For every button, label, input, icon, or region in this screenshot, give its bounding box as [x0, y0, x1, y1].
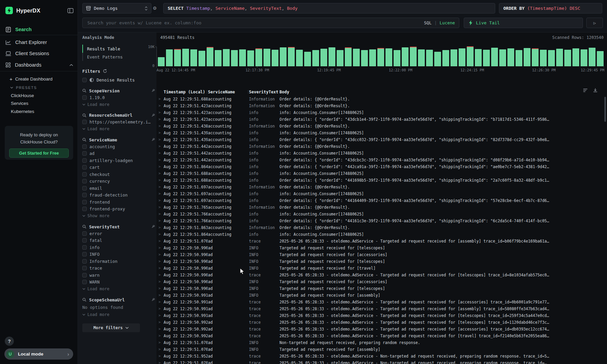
table-row[interactable]: >Aug 22 12:29:51.697 PMaccountingInforma… — [156, 184, 607, 190]
filter-option[interactable]: warn — [82, 272, 155, 279]
histogram-bar[interactable] — [329, 47, 335, 66]
table-row[interactable]: >Aug 22 12:29:51.423 PMaccountinginfoinf… — [156, 109, 607, 116]
table-row[interactable]: >Aug 22 12:29:51.423 PMaccountingInforma… — [156, 103, 607, 109]
histogram-bar[interactable] — [589, 48, 595, 66]
histogram-bar[interactable] — [556, 49, 563, 66]
histogram-bar[interactable] — [410, 47, 417, 66]
histogram-bar[interactable] — [377, 48, 384, 66]
load-more-button[interactable]: Load more — [82, 286, 155, 292]
filter-checkbox[interactable] — [82, 238, 87, 243]
histogram-bar[interactable] — [564, 50, 571, 66]
pin-icon[interactable] — [151, 89, 155, 93]
table-row[interactable]: >Aug 22 12:29:50.990 PMadINFOTargeted ad… — [156, 285, 607, 292]
histogram-bar[interactable] — [320, 49, 327, 66]
filter-option[interactable]: https://opentelemetry.i… — [82, 119, 155, 126]
filter-option[interactable]: INFO — [82, 251, 155, 258]
table-row[interactable]: >Aug 22 12:29:51.864 PMaccountinginfoOrd… — [156, 163, 607, 170]
table-row[interactable]: >Aug 22 12:29:50.990 PMadtrace2025-05-26… — [156, 272, 607, 278]
histogram-bar[interactable] — [190, 49, 197, 66]
table-row[interactable]: >Aug 22 12:29:51.688 PMaccountinginfoinf… — [156, 170, 607, 177]
histogram-bar[interactable] — [215, 50, 222, 66]
table-row[interactable]: >Aug 22 12:29:50.990 PMadINFOTargeted ad… — [156, 258, 607, 265]
histogram-bar[interactable] — [296, 50, 303, 66]
table-scrollbar[interactable] — [604, 97, 606, 122]
filter-checkbox[interactable] — [82, 245, 87, 250]
presets-toggle[interactable]: PRESETS — [0, 84, 78, 91]
filter-option[interactable]: 1.19.0 — [82, 94, 155, 101]
histogram-bar[interactable] — [174, 49, 181, 66]
histogram-bar[interactable] — [459, 48, 465, 66]
table-row[interactable]: >Aug 22 12:29:50.991 PMadtrace2025-05-26… — [156, 312, 607, 319]
filter-checkbox[interactable] — [82, 231, 87, 236]
filter-option[interactable]: fraud-detection — [82, 192, 155, 199]
histogram-bar[interactable] — [288, 47, 295, 66]
histogram-bar[interactable] — [272, 50, 278, 66]
filter-option[interactable]: ad — [82, 150, 155, 157]
column-header-servicename[interactable]: ServiceName — [208, 89, 235, 95]
histogram-bar[interactable] — [402, 47, 409, 66]
filter-checkbox[interactable] — [82, 186, 87, 190]
download-icon[interactable] — [593, 88, 598, 92]
filter-checkbox[interactable] — [82, 95, 87, 100]
table-row[interactable]: >Aug 22 12:29:51.423 PMaccountinginfoOrd… — [156, 116, 607, 123]
source-select[interactable]: Demo Logs — [82, 3, 151, 14]
search-input[interactable] — [87, 20, 424, 26]
table-row[interactable]: >Aug 22 12:29:51.863 PMaccountingInforma… — [156, 224, 607, 231]
table-row[interactable]: >Aug 22 12:29:51.688 PMaccountinginfoOrd… — [156, 177, 607, 184]
table-row[interactable]: >Aug 22 12:29:51.070 PMadINFOTargeted ad… — [156, 346, 607, 353]
sidebar-item-dashboards[interactable]: Dashboards — [0, 60, 78, 70]
filter-checkbox[interactable] — [82, 200, 87, 204]
filter-checkbox[interactable] — [82, 120, 87, 124]
sql-toggle[interactable]: SQL — [424, 20, 432, 25]
table-row[interactable]: >Aug 22 12:29:50.990 PMadINFOTargeted ad… — [156, 245, 607, 251]
histogram-bar[interactable] — [418, 49, 425, 66]
histogram-bar[interactable] — [524, 48, 530, 66]
collapse-sidebar-icon[interactable] — [67, 8, 74, 13]
filter-option[interactable]: error — [82, 230, 155, 237]
lucene-toggle[interactable]: Lucene — [440, 20, 455, 25]
filter-checkbox[interactable] — [82, 158, 87, 163]
table-row[interactable]: >Aug 22 12:29:51.438 PMaccountingInforma… — [156, 123, 607, 130]
histogram-bar[interactable] — [540, 50, 547, 66]
load-more-button[interactable]: Load more — [82, 311, 155, 318]
histogram-bar[interactable] — [198, 51, 205, 66]
histogram-bar[interactable] — [369, 49, 376, 66]
table-row[interactable]: >Aug 22 12:29:51.070 PMadtrace2025-05-26… — [156, 360, 607, 364]
filter-option[interactable]: currency — [82, 178, 155, 185]
pin-icon[interactable] — [151, 138, 155, 142]
column-header-body[interactable]: Body — [279, 89, 289, 95]
table-row[interactable]: >Aug 22 12:29:51.439 PMaccountinginfoinf… — [156, 130, 607, 136]
table-row[interactable]: >Aug 22 12:29:50.991 PMadtrace2025-05-26… — [156, 299, 607, 305]
mode-results-table[interactable]: Results Table — [82, 45, 123, 53]
table-row[interactable]: >Aug 22 12:29:51.952 PMadtrace2025-05-26… — [156, 353, 607, 360]
table-row[interactable]: >Aug 22 12:29:51.442 PMaccountingInforma… — [156, 143, 607, 150]
histogram-bar[interactable] — [280, 47, 287, 66]
denoise-checkbox[interactable] — [82, 78, 87, 82]
filter-checkbox[interactable] — [82, 259, 87, 264]
filter-checkbox[interactable] — [82, 266, 87, 270]
filter-option[interactable]: Information — [82, 258, 155, 265]
histogram-bar[interactable] — [231, 50, 238, 66]
table-row[interactable]: >Aug 22 12:29:51.766 PMaccountinginfoOrd… — [156, 218, 607, 224]
filter-checkbox[interactable] — [82, 144, 87, 149]
table-row[interactable]: >Aug 22 12:29:50.990 PMadINFOTargeted ad… — [156, 265, 607, 272]
language-toggle[interactable]: SQL | Lucene — [424, 20, 455, 25]
histogram-bar[interactable] — [548, 50, 555, 66]
select-columns-input[interactable]: SELECT Timestamp, ServiceName, SeverityT… — [163, 3, 495, 14]
source-settings-gear-icon[interactable]: ⚙ — [153, 5, 156, 11]
histogram-bar[interactable] — [426, 50, 433, 66]
preset-kubernetes[interactable]: Kubernetes — [0, 108, 78, 115]
histogram-bar[interactable] — [442, 50, 449, 66]
filter-checkbox[interactable] — [82, 193, 87, 197]
histogram-bar[interactable] — [394, 50, 400, 66]
column-header-timestamp[interactable]: Timestamp (Local) — [164, 89, 205, 95]
table-row[interactable]: >Aug 22 12:29:50.991 PMadtrace2025-05-26… — [156, 305, 607, 312]
show-more-button[interactable]: Show more — [82, 212, 155, 219]
histogram-bar[interactable] — [239, 49, 246, 66]
histogram-bar[interactable] — [499, 49, 506, 66]
table-row[interactable]: >Aug 22 12:29:50.990 PMadINFOTargeted ad… — [156, 278, 607, 285]
histogram-bar[interactable] — [483, 50, 490, 66]
filter-option[interactable]: checkout — [82, 171, 155, 178]
histogram-bar[interactable] — [166, 49, 173, 66]
create-dashboard-button[interactable]: + Create Dashboard — [0, 75, 78, 83]
